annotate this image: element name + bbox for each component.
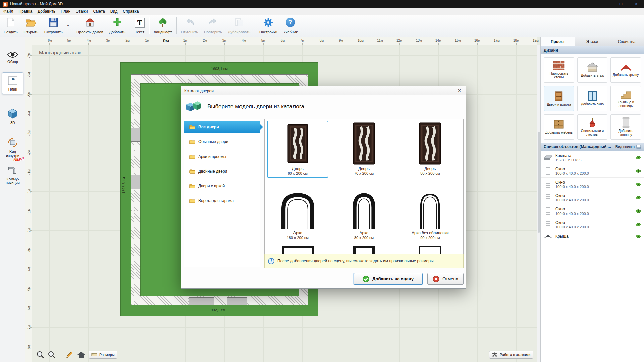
view-inside-icon (7, 138, 18, 148)
folder-icon (189, 169, 195, 174)
catalog-item-arch-80[interactable]: Арка 80 x 200 см (333, 181, 394, 242)
sidebar-item-3d[interactable]: 3D (2, 105, 23, 128)
category-double-doors[interactable]: Двойные двери (186, 165, 257, 177)
visibility-eye-icon[interactable] (635, 182, 641, 186)
catalog-item-partial[interactable] (397, 244, 463, 254)
category-all-doors[interactable]: Все двери (184, 121, 260, 133)
frame-thumbnail (282, 246, 314, 254)
pencil-tool-button[interactable] (66, 351, 74, 359)
menu-add[interactable]: Добавить (35, 8, 58, 15)
category-garage-gates[interactable]: Ворота для гаража (186, 195, 257, 206)
text-button[interactable]: T Текст (131, 16, 148, 36)
visibility-eye-icon[interactable] (635, 196, 641, 200)
view-list-control[interactable]: Вид списка (615, 145, 641, 149)
minimize-button[interactable]: ─ (598, 0, 613, 8)
open-button[interactable]: Открыть (21, 16, 41, 36)
object-row-window[interactable]: Окно100.0 x 40.0 x 200.0 (541, 178, 644, 191)
catalog-item-partial[interactable] (331, 244, 397, 254)
close-button[interactable]: ✕ (629, 0, 644, 8)
visibility-eye-icon[interactable] (635, 169, 641, 173)
floor-house-icon (587, 62, 598, 72)
add-roof-button[interactable]: Добавить крышу (610, 57, 641, 83)
tab-floors[interactable]: Этажи (575, 37, 610, 46)
house-projects-button[interactable]: Проекты домов (73, 16, 106, 36)
window-small-icon (543, 221, 553, 228)
menu-plan[interactable]: План (58, 8, 73, 15)
visibility-eye-icon[interactable] (635, 234, 641, 238)
menu-file[interactable]: Файл (1, 8, 16, 15)
catalog-item-door-70[interactable]: Дверь 70 x 200 см (333, 121, 394, 178)
tutorial-button[interactable]: ? Учебник (280, 16, 301, 36)
item-size: 90 x 200 см (420, 236, 440, 240)
check-circle-icon (363, 276, 369, 282)
menu-edit[interactable]: Правка (16, 8, 35, 15)
sidebar-item-overview[interactable]: Обзор (2, 48, 23, 67)
house-projects-label: Проекты домов (76, 30, 103, 34)
landscape-button[interactable]: Ландшафт (151, 16, 175, 36)
add-to-scene-button[interactable]: Добавить на сцену (354, 273, 423, 285)
visibility-eye-icon[interactable] (635, 156, 641, 160)
zoom-out-button[interactable] (36, 351, 44, 359)
ruler-label: -2м (25, 149, 32, 156)
object-row-window[interactable]: Окно100.0 x 40.0 x 200.0 (541, 204, 644, 218)
draw-walls-button[interactable]: Нарисовать стены (544, 57, 574, 83)
catalog-item-partial[interactable] (265, 244, 331, 254)
maximize-button[interactable]: ☐ (613, 0, 629, 8)
folder-icon (189, 139, 195, 144)
catalog-item-arch-180[interactable]: Арка 180 x 200 см (267, 181, 328, 242)
doors-gates-button[interactable]: Двери и ворота (544, 86, 574, 111)
object-row-room[interactable]: Комната1523.1 x 1118.5 (541, 151, 644, 164)
object-name: Комната (555, 153, 581, 158)
save-dropdown-arrow[interactable]: ▾ (66, 16, 71, 36)
canvas-scrollbar[interactable] (537, 45, 540, 362)
object-row-roof[interactable]: Крыша (541, 231, 644, 241)
sidebar-item-communications[interactable]: Комму-никации (2, 163, 23, 188)
home-view-button[interactable] (77, 351, 85, 359)
add-furniture-button[interactable]: Добавить мебель (544, 114, 574, 140)
save-button[interactable]: Сохранить (41, 16, 66, 36)
plan-window[interactable] (227, 297, 247, 305)
text-icon: T (135, 18, 145, 28)
scrollbar-thumb[interactable] (538, 132, 540, 233)
floors-mode-button[interactable]: Работа с этажами (489, 351, 533, 359)
object-row-window[interactable]: Окно100.0 x 40.0 x 200.0 (541, 164, 644, 178)
object-row-window[interactable]: Окно100.0 x 40.0 x 200.0 (541, 218, 644, 231)
door-thumbnail (287, 121, 308, 166)
porch-stairs-button[interactable]: Крыльцо и лестницы (610, 86, 641, 111)
dimensions-toggle-button[interactable]: Размеры (89, 351, 117, 359)
visibility-eye-icon[interactable] (635, 209, 641, 213)
pipes-icon (7, 166, 18, 175)
catalog-item-door-80[interactable]: Дверь 80 x 200 см (399, 121, 461, 178)
lights-button[interactable]: Светильники и люстры (577, 114, 608, 140)
category-arches[interactable]: Арки и проемы (186, 150, 257, 162)
catalog-item-arch-noclad-90[interactable]: Арка без облицовки 90 x 200 см (399, 181, 461, 242)
tab-project[interactable]: Проект (541, 37, 575, 46)
add-button[interactable]: Добавить (106, 16, 128, 36)
menu-help[interactable]: Справка (120, 8, 141, 15)
object-row-window[interactable]: Окно100.0 x 40.0 x 200.0 (541, 191, 644, 204)
plan-window[interactable] (189, 297, 214, 305)
category-label: Двойные двери (198, 169, 227, 174)
plan-window[interactable] (131, 128, 140, 142)
zoom-in-button[interactable] (48, 351, 56, 359)
menu-floors[interactable]: Этажи (73, 8, 90, 15)
plan-window[interactable] (131, 175, 140, 189)
add-floor-button[interactable]: Добавить этаж (577, 57, 608, 83)
design-tools-grid: Нарисовать стены Добавить этаж Добавить … (541, 54, 644, 143)
add-column-button[interactable]: Добавить колонну (610, 114, 641, 140)
dialog-close-icon[interactable]: ✕ (456, 88, 463, 93)
cancel-button[interactable]: Отмена (427, 273, 464, 285)
menu-estimate[interactable]: Смета (90, 8, 107, 15)
settings-button[interactable]: Настройки (256, 16, 280, 36)
menu-view[interactable]: Вид (108, 8, 120, 15)
visibility-eye-icon[interactable] (635, 223, 641, 227)
dialog-titlebar[interactable]: Каталог дверей ✕ (181, 86, 466, 95)
category-arched-doors[interactable]: Двери с аркой (186, 180, 257, 192)
sidebar-item-plan[interactable]: План (2, 72, 23, 94)
create-button[interactable]: Создать (1, 16, 21, 36)
tab-properties[interactable]: Свойства (609, 37, 644, 46)
category-regular-doors[interactable]: Обычные двери (186, 136, 257, 147)
add-window-button[interactable]: Добавить окно (577, 86, 608, 111)
catalog-item-door-60[interactable]: Дверь 60 x 200 см (267, 121, 328, 178)
roof-small-icon (543, 234, 553, 239)
